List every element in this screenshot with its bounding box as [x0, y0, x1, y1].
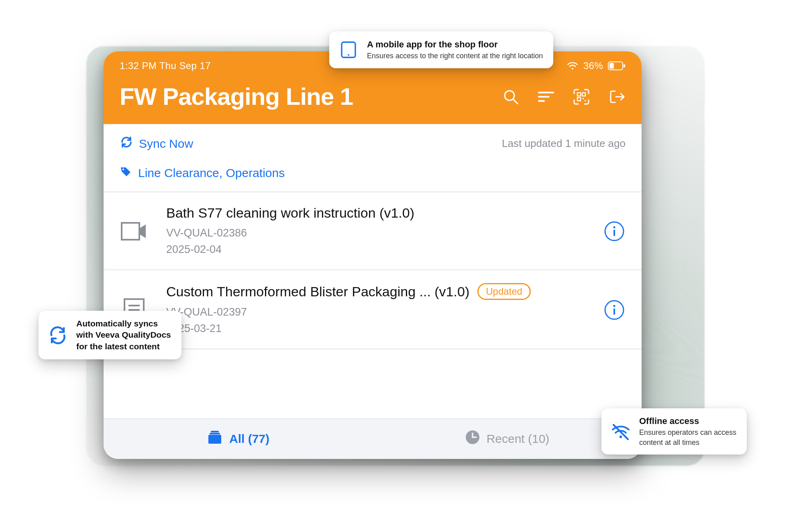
callout-title: Offline access — [639, 416, 736, 427]
list-item[interactable]: Custom Thermoformed Blister Packaging ..… — [104, 270, 642, 349]
svg-point-23 — [613, 305, 615, 307]
svg-rect-1 — [624, 64, 625, 67]
tags-text: Line Clearance, Operations — [138, 166, 285, 180]
callout-auto-sync: Automatically syncs with Veeva QualityDo… — [39, 311, 181, 359]
sync-now-button[interactable]: Sync Now — [120, 135, 193, 152]
svg-rect-10 — [577, 98, 581, 101]
tab-all-label: All (77) — [229, 432, 269, 446]
callout-line2: with Veeva QualityDocs — [76, 329, 171, 340]
battery-percent: 36% — [583, 60, 603, 71]
doc-title: Custom Thermoformed Blister Packaging ..… — [166, 284, 469, 300]
svg-point-31 — [620, 435, 622, 438]
doc-id: VV-QUAL-02386 — [166, 225, 591, 241]
callout-mobile-app: A mobile app for the shop floor Ensures … — [329, 31, 553, 68]
svg-rect-26 — [210, 433, 220, 434]
logout-icon[interactable] — [608, 88, 626, 106]
svg-rect-17 — [613, 230, 615, 236]
tags-row[interactable]: Line Clearance, Operations — [104, 161, 642, 192]
sort-icon[interactable] — [537, 88, 555, 106]
wifi-icon — [567, 61, 579, 71]
callout-offline-access: Offline access Ensures operators can acc… — [601, 408, 747, 455]
callout-sub2: content at all times — [639, 438, 736, 447]
svg-point-30 — [348, 54, 349, 56]
doc-title: Bath S77 cleaning work instruction (v1.0… — [166, 205, 414, 221]
tag-icon — [120, 165, 132, 180]
status-time-date: 1:32 PM Thu Sep 17 — [120, 60, 211, 71]
search-icon[interactable] — [502, 88, 520, 106]
clock-icon — [465, 430, 480, 448]
sync-icon — [120, 135, 133, 152]
svg-rect-27 — [211, 431, 219, 432]
info-button[interactable] — [603, 220, 626, 243]
svg-point-13 — [122, 169, 124, 170]
sync-now-label: Sync Now — [139, 137, 193, 151]
bottom-tabs: All (77) Recent (10) — [104, 418, 642, 459]
svg-rect-8 — [577, 93, 581, 96]
doc-body: Bath S77 cleaning work instruction (v1.0… — [166, 205, 591, 257]
svg-rect-25 — [208, 435, 221, 444]
tab-all[interactable]: All (77) — [104, 419, 373, 459]
svg-point-16 — [613, 226, 615, 228]
callout-title: A mobile app for the shop floor — [367, 39, 543, 51]
battery-icon — [608, 61, 626, 70]
qr-scan-icon[interactable] — [573, 88, 590, 106]
page-title: FW Packaging Line 1 — [120, 83, 353, 110]
svg-rect-11 — [583, 98, 584, 99]
doc-date: 2025-03-21 — [166, 320, 591, 337]
doc-date: 2025-02-04 — [166, 241, 591, 258]
callout-subtitle: Ensures access to the right content at t… — [367, 51, 543, 61]
tab-recent-label: Recent (10) — [487, 432, 550, 446]
last-updated-text: Last updated 1 minute ago — [502, 137, 626, 150]
sync-icon — [47, 324, 69, 347]
tablet-frame: 1:32 PM Thu Sep 17 36% — [104, 51, 642, 459]
callout-line1: Automatically syncs — [76, 318, 171, 329]
svg-rect-14 — [122, 223, 139, 240]
callout-sub1: Ensures operators can access — [639, 428, 736, 437]
list-item[interactable]: Bath S77 cleaning work instruction (v1.0… — [104, 192, 642, 270]
doc-id: VV-QUAL-02397 — [166, 304, 591, 320]
wifi-off-icon — [609, 420, 632, 443]
document-list: Bath S77 cleaning work instruction (v1.0… — [104, 192, 642, 418]
svg-rect-9 — [582, 93, 585, 96]
info-button[interactable] — [603, 299, 626, 321]
callout-line3: for the latest content — [76, 341, 171, 352]
updated-badge: Updated — [477, 283, 531, 300]
stack-icon — [207, 430, 223, 447]
video-icon — [120, 217, 149, 246]
header-actions — [502, 88, 626, 106]
svg-rect-12 — [585, 100, 586, 101]
svg-line-4 — [513, 99, 518, 104]
sync-row: Sync Now Last updated 1 minute ago — [104, 124, 642, 161]
title-bar: FW Packaging Line 1 — [104, 79, 642, 115]
tablet-icon — [337, 39, 360, 61]
svg-rect-24 — [613, 308, 615, 315]
svg-rect-2 — [609, 63, 614, 69]
doc-body: Custom Thermoformed Blister Packaging ..… — [166, 283, 591, 336]
